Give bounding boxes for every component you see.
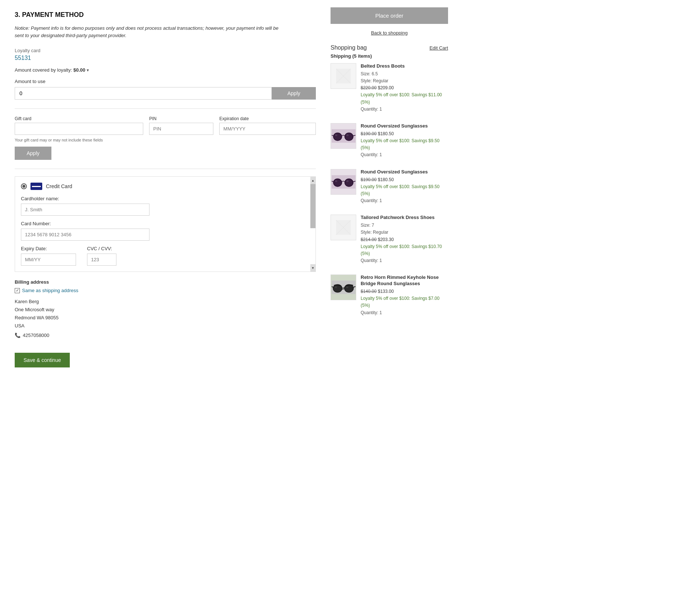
edit-cart-link[interactable]: Edit Cart: [429, 45, 448, 51]
same-as-shipping-row[interactable]: ✓ Same as shipping address: [15, 288, 316, 293]
radio-inner: [22, 185, 25, 188]
cart-item-1: Belted Dress Boots Size: 6.5 Style: Regu…: [331, 63, 448, 117]
gift-card-note: Your gift card may or may not include th…: [15, 138, 316, 142]
scroll-down-button[interactable]: ▼: [310, 264, 315, 272]
amount-covered: Amount covered by loyalty: $0.00 ▾: [15, 67, 316, 73]
credit-card-radio[interactable]: [21, 183, 27, 189]
cart-item-1-meta: Size: 6.5 Style: Regular $220.00 $209.00…: [361, 71, 448, 113]
cart-item-2: Round Oversized Sunglasses $190.00 $180.…: [331, 123, 448, 163]
billing-phone: 4257058000: [23, 331, 49, 340]
back-to-shopping-link[interactable]: Back to shopping: [371, 30, 408, 36]
notice-text: Notice: Payment info is for demo purpose…: [15, 25, 279, 39]
credit-card-icon: [30, 183, 42, 190]
cvc-label: CVC / CVV:: [87, 246, 124, 251]
section-title: 3. PAYMENT METHOD: [15, 11, 316, 19]
cart-item-2-image: [331, 123, 356, 149]
amount-covered-value: $0.00: [73, 67, 86, 73]
expiry-group: Expiry Date:: [21, 246, 80, 266]
cvv-group: CVC / CVV:: [87, 246, 124, 266]
credit-card-option[interactable]: Credit Card: [21, 183, 302, 190]
amount-to-use-label: Amount to use: [15, 79, 316, 84]
card-number-group: Card Number:: [21, 221, 302, 241]
svg-point-16: [346, 180, 349, 182]
shopping-bag-title: Shopping bag: [331, 44, 367, 51]
cart-item-3-name: Round Oversized Sunglasses: [361, 169, 448, 175]
billing-section: Billing address ✓ Same as shipping addre…: [15, 279, 316, 340]
svg-point-9: [346, 134, 349, 136]
gift-card-input[interactable]: [15, 123, 143, 135]
svg-point-25: [335, 286, 337, 288]
image-placeholder-2-icon: [336, 220, 351, 235]
shopping-bag-header: Shopping bag Edit Cart: [331, 44, 448, 51]
divider-2: [15, 169, 316, 169]
sidebar: Place order Back to shopping Shopping ba…: [331, 7, 448, 607]
cardholder-input[interactable]: [21, 204, 149, 216]
cart-item-4-name: Tailored Patchwork Dress Shoes: [361, 215, 448, 221]
billing-name: Karen Berg: [15, 298, 316, 306]
loyalty-section: Loyalty card 55131 Amount covered by loy…: [15, 48, 316, 100]
gift-card-label: Gift card: [15, 116, 143, 121]
cart-item-2-details: Round Oversized Sunglasses $190.00 $180.…: [361, 123, 448, 159]
gift-card-section: Gift card PIN Expiration date Your gift …: [15, 116, 316, 160]
loyalty-apply-button[interactable]: Apply: [272, 87, 316, 100]
place-order-button[interactable]: Place order: [331, 7, 448, 24]
address-block: Karen Berg One Microsoft way Redmond WA …: [15, 298, 316, 340]
gift-card-apply-button[interactable]: Apply: [15, 147, 51, 160]
expiry-date-label: Expiration date: [219, 116, 316, 121]
expiry-input[interactable]: [21, 254, 76, 266]
svg-point-4: [333, 133, 342, 140]
amount-input[interactable]: [15, 87, 272, 100]
svg-point-11: [333, 179, 342, 186]
same-as-shipping-checkbox[interactable]: ✓: [15, 288, 20, 293]
svg-point-8: [335, 134, 337, 136]
sunglasses-1-icon: [332, 129, 356, 143]
save-continue-button[interactable]: Save & continue: [15, 353, 70, 367]
cart-item-5-image: [331, 274, 356, 300]
divider: [15, 108, 316, 109]
credit-card-scroll-container: ▲ ▼ Credit Card Cardholder name:: [15, 176, 316, 272]
loyalty-card-label: Loyalty card: [15, 48, 316, 53]
phone-icon: 📞: [15, 331, 21, 340]
cart-item-5: Retro Horn Rimmed Keyhole Nose Bridge Ro…: [331, 274, 448, 321]
back-to-shopping: Back to shopping: [331, 30, 448, 36]
cart-item-4-meta: Size: 7 Style: Regular $214.00 $203.30 L…: [361, 222, 448, 264]
pin-input[interactable]: [149, 123, 213, 135]
credit-card-icon-lines: [32, 186, 41, 187]
cvc-input[interactable]: [87, 254, 116, 266]
image-placeholder-icon: [336, 69, 351, 83]
cart-item-4-image: [331, 215, 356, 240]
cart-item-5-details: Retro Horn Rimmed Keyhole Nose Bridge Ro…: [361, 274, 448, 316]
sunglasses-2-icon: [332, 175, 356, 189]
billing-phone-row: 📞 4257058000: [15, 331, 316, 340]
expiry-date-field: Expiration date: [219, 116, 316, 135]
expiry-label: Expiry Date:: [21, 246, 80, 251]
cart-item-2-meta: $190.00 $180.50 Loyalty 5% off over $100…: [361, 130, 448, 159]
cart-item-5-meta: $140.00 $133.00 Loyalty 5% off over $100…: [361, 288, 448, 316]
billing-address-line2: Redmond WA 98055: [15, 314, 316, 322]
amount-covered-dropdown[interactable]: ▾: [87, 68, 89, 73]
credit-card-label: Credit Card: [46, 183, 72, 189]
loyalty-card-number: 55131: [15, 55, 316, 61]
card-number-input[interactable]: [21, 229, 149, 241]
svg-point-5: [344, 133, 353, 140]
scrollbar-thumb[interactable]: [310, 184, 315, 228]
amount-covered-label: Amount covered by loyalty:: [15, 67, 72, 73]
scroll-up-button[interactable]: ▲: [310, 177, 315, 184]
cart-item-3: Round Oversized Sunglasses $190.00 $180.…: [331, 169, 448, 209]
checkbox-tick: ✓: [16, 288, 19, 293]
cart-item-3-image: [331, 169, 356, 195]
same-as-shipping-label: Same as shipping address: [22, 288, 78, 293]
cart-item-1-name: Belted Dress Boots: [361, 63, 448, 69]
pin-label: PIN: [149, 116, 213, 121]
billing-country: USA: [15, 322, 316, 330]
cart-item-1-details: Belted Dress Boots Size: 6.5 Style: Regu…: [361, 63, 448, 113]
svg-point-15: [335, 180, 337, 182]
cart-item-2-name: Round Oversized Sunglasses: [361, 123, 448, 129]
expiry-date-input[interactable]: [219, 123, 316, 135]
cart-item-1-image: [331, 63, 356, 89]
card-number-label: Card Number:: [21, 221, 302, 226]
sunglasses-3-icon: [332, 280, 356, 295]
cart-item-3-meta: $190.00 $180.50 Loyalty 5% off over $100…: [361, 176, 448, 205]
cardholder-label: Cardholder name:: [21, 196, 302, 201]
cardholder-group: Cardholder name:: [21, 196, 302, 216]
